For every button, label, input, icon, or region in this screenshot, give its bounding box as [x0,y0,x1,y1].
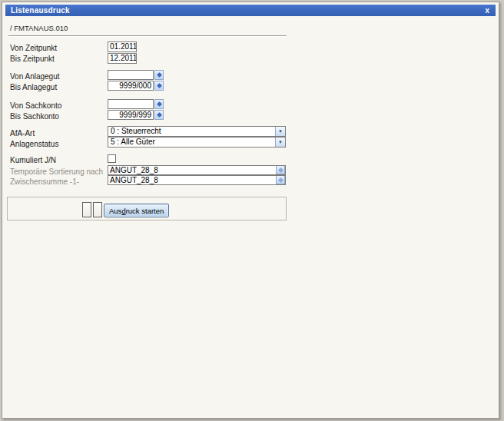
von-zeitpunkt-input[interactable]: 01.2011 [108,41,137,52]
label-zwischensumme: Zwischensumme -1- [10,177,79,187]
label-kumuliert: Kumuliert J/N [10,155,56,165]
bis-anlagegut-input[interactable]: 9999/000 [108,81,154,91]
anlagenstatus-select[interactable]: 5 : Alle Güter ▼ [108,137,286,148]
form-path-label: / FMTANAUS.010 [10,24,68,32]
anlagenstatus-selected-value: 5 : Alle Güter [111,138,155,147]
bis-sachkonto-input[interactable]: 9999/999 [108,110,154,120]
label-von-zeitpunkt: Von Zeitpunkt [10,43,57,53]
kumuliert-checkbox[interactable] [108,154,116,163]
zwischensumme-value: ANGUT_28_8 [110,176,158,184]
spinner-updown-icon [277,167,283,172]
temp-sortierung-spinner-button[interactable] [276,165,285,174]
spinner-updown-icon [156,101,161,107]
dropdown-button[interactable]: ▼ [275,138,285,147]
label-anlagenstatus: Anlagenstatus [10,139,58,149]
temp-sortierung-value: ANGUT_28_8 [110,166,158,174]
label-bis-sachkonto: Bis Sachkonto [10,111,59,121]
separator-line [8,35,287,37]
title-bar[interactable]: Listenausdruck x [5,5,496,16]
close-icon[interactable]: x [485,5,489,15]
von-anlagegut-spinner-button[interactable] [154,70,164,80]
dialog-window: Listenausdruck x / FMTANAUS.010 Von Zeit… [2,2,499,419]
ausdruck-starten-button[interactable]: Ausdruck starten [104,204,169,217]
afa-art-select[interactable]: 0 : Steuerrecht ▼ [108,126,286,137]
window-title: Listenausdruck [5,6,70,15]
dropdown-button[interactable]: ▼ [275,127,285,136]
mini-button-1[interactable] [82,202,91,217]
von-sachkonto-spinner-button[interactable] [154,99,164,109]
von-anlagegut-input[interactable] [108,70,154,80]
spinner-updown-icon [156,83,161,88]
label-bis-zeitpunkt: Bis Zeitpunkt [10,54,55,64]
spinner-updown-icon [277,177,283,182]
label-bis-anlagegut: Bis Anlagegut [10,82,57,92]
temp-sortierung-input[interactable]: ANGUT_28_8 [108,165,286,175]
label-von-sachkonto: Von Sachkonto [10,101,61,111]
button-bar: Ausdruck starten [7,197,287,220]
spinner-updown-icon [156,72,161,78]
chevron-down-icon: ▼ [278,140,283,144]
mini-button-2[interactable] [93,202,102,217]
von-sachkonto-input[interactable] [108,99,154,109]
zwischensumme-spinner-button[interactable] [276,175,285,184]
chevron-down-icon: ▼ [278,129,283,134]
bis-zeitpunkt-input[interactable]: 12.2011 [108,53,137,64]
label-afa-art: AfA-Art [10,128,35,138]
bis-sachkonto-spinner-button[interactable] [154,110,164,120]
spinner-updown-icon [156,112,161,118]
zwischensumme-input[interactable]: ANGUT_28_8 [108,175,286,185]
label-von-anlagegut: Von Anlagegut [10,71,60,81]
label-temp-sortierung: Temporäre Sortierung nach [10,167,103,177]
afa-art-selected-value: 0 : Steuerrecht [111,127,161,136]
bis-anlagegut-spinner-button[interactable] [154,81,164,91]
